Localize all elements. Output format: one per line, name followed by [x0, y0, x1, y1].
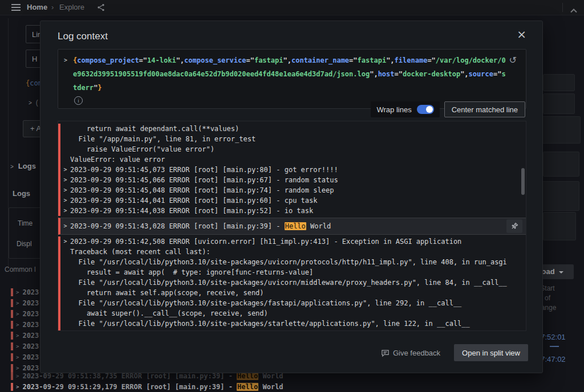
info-icon[interactable]: i [74, 96, 83, 105]
log-row[interactable]: >2023-09-29 09:51:45,073 ERROR [root] [m… [58, 165, 526, 175]
chevron-right-icon: > [16, 354, 19, 360]
close-icon[interactable]: × [513, 28, 530, 40]
bg-option-display: Displ [17, 240, 32, 248]
menu-icon[interactable] [11, 4, 21, 11]
chevron-up-icon[interactable] [570, 5, 577, 15]
breadcrumb-separator-icon: › [51, 3, 54, 11]
error-level-bar [11, 299, 13, 307]
chevron-slot [60, 124, 70, 165]
bg-log-row-stub: >2023- [11, 319, 43, 330]
log-context-controls: Wrap lines Center matched line [371, 101, 525, 117]
wrap-lines-toggle[interactable] [417, 105, 434, 114]
bg-log-row-stub: >2023- [11, 341, 43, 352]
chevron-right-icon: > [60, 175, 70, 185]
breadcrumb-home[interactable]: Home [27, 3, 47, 11]
chevron-right-icon: > [29, 100, 32, 106]
error-level-bar [11, 332, 13, 340]
log-labels-box: > {compose_project="14-loki",compose_ser… [58, 49, 526, 109]
chevron-right-icon: > [16, 365, 19, 371]
bg-log-row: > 2023-09-29 09:51:38,735 ERROR [root] [… [11, 372, 283, 380]
chevron-right-icon: > [16, 289, 19, 295]
bg-log-row-stub: >2023- [11, 287, 43, 297]
log-context-scroll[interactable]: return await dependant.call(**values) Fi… [58, 121, 526, 331]
bg-option-time: Time [18, 219, 33, 227]
bg-logs-panel-title: Logs [13, 189, 30, 198]
log-row-text: 2023-09-29 09:51:44,038 ERROR [root] [ma… [70, 206, 526, 216]
history-icon[interactable]: ↺ [506, 54, 520, 66]
log-row[interactable]: >2023-09-29 09:51:45,066 ERROR [root] [m… [58, 175, 526, 185]
match-highlight: Hello [237, 372, 258, 380]
error-level-bar [11, 383, 13, 391]
log-row-text: 2023-09-29 09:51:45,073 ERROR [root] [ma… [70, 165, 526, 175]
log-context-modal: Log context × > {compose_project="14-lok… [40, 21, 543, 373]
pre-entry-text: return await dependant.call(**values) Fi… [70, 124, 526, 165]
bg-log-row-stub: >2023- [11, 297, 43, 308]
chevron-right-icon: > [60, 185, 70, 195]
match-highlight: Hello [285, 222, 306, 230]
bg-panel-fragment [542, 181, 579, 211]
error-level-bar [11, 353, 13, 361]
error-level-bar [11, 342, 13, 350]
chevron-right-icon: > [16, 311, 19, 317]
bg-logs-section-header: >Logs [10, 162, 36, 170]
bg-log-row-stub: >2023- [11, 330, 43, 341]
chevron-right-icon: > [16, 333, 19, 338]
bg-log-row-stub: >2023- [11, 352, 43, 362]
log-row-text: 2023-09-29 09:51:44,041 ERROR [root] [ma… [70, 195, 526, 206]
log-row-text: 2023-09-29 09:51:45,048 ERROR [root] [ma… [70, 185, 526, 195]
share-icon[interactable] [97, 3, 105, 14]
bg-panel-fragment [542, 116, 581, 144]
breadcrumb-explore[interactable]: Explore [59, 3, 84, 11]
chevron-right-icon: > [16, 322, 19, 328]
log-row[interactable]: >2023-09-29 09:51:45,048 ERROR [root] [m… [58, 185, 526, 195]
center-matched-line-button[interactable]: Center matched line [444, 101, 525, 117]
rows-before: >2023-09-29 09:51:45,073 ERROR [root] [m… [58, 165, 526, 216]
after-entry-text: 2023-09-29 09:51:42,508 ERROR [uvicorn.e… [70, 236, 526, 331]
match-highlight: Hello [237, 383, 258, 391]
chevron-right-icon: > [60, 236, 70, 331]
comment-icon [381, 349, 390, 357]
chevron-right-icon: > [16, 384, 19, 390]
log-row[interactable]: >2023-09-29 09:51:44,041 ERROR [root] [m… [58, 195, 526, 206]
topbar-divider [562, 3, 563, 12]
chevron-down-icon [559, 271, 563, 273]
bg-log-row: > 2023-09-29 09:51:29,179 ERROR [root] [… [11, 383, 283, 391]
error-level-bar [11, 288, 13, 296]
open-in-split-view-button[interactable]: Open in split view [454, 344, 528, 361]
log-row[interactable]: >2023-09-29 09:51:44,038 ERROR [root] [m… [58, 206, 526, 216]
error-level-bar [11, 310, 13, 318]
top-nav-bar: Home › Explore [0, 0, 584, 15]
matched-log-row[interactable]: > 2023-09-29 09:51:43,028 ERROR [root] [… [58, 218, 526, 235]
chevron-right-icon[interactable]: > [64, 54, 73, 105]
bg-options-row: >( [29, 99, 38, 107]
bg-range-dash [550, 346, 559, 347]
toggle-knob [426, 106, 433, 113]
wrap-lines-control: Wrap lines [371, 101, 439, 117]
error-level-bar [11, 364, 13, 372]
log-entry-after[interactable]: > 2023-09-29 09:51:42,508 ERROR [uvicorn… [58, 236, 526, 331]
modal-title: Log context [58, 31, 108, 42]
wrap-lines-label: Wrap lines [376, 105, 411, 114]
chevron-right-icon: > [16, 300, 19, 306]
modal-footer: Give feedback Open in split view [378, 344, 528, 361]
chevron-right-icon: > [16, 344, 19, 349]
chevron-right-icon: > [10, 164, 14, 170]
matched-text: 2023-09-29 09:51:43,028 ERROR [root] [ma… [70, 221, 526, 231]
bg-panel-fragment [543, 212, 576, 240]
bg-common-labels: Common l [5, 266, 36, 273]
grafana-explore-page: Home › Explore Lin H {com >( + Add >Logs… [0, 0, 584, 392]
chevron-right-icon: > [60, 195, 70, 206]
error-level-bar [11, 321, 13, 329]
chevron-right-icon: > [60, 165, 70, 175]
bg-panel-fragment [543, 74, 575, 91]
give-feedback-link[interactable]: Give feedback [378, 348, 444, 358]
chevron-right-icon: > [60, 218, 70, 234]
scrollbar-thumb[interactable] [521, 168, 525, 195]
log-entry-pre[interactable]: return await dependant.call(**values) Fi… [58, 124, 526, 165]
bg-left-rows: >2023->2023->2023->2023->2023->2023->202… [11, 287, 43, 373]
log-row-text: 2023-09-29 09:51:45,066 ERROR [root] [ma… [70, 175, 526, 185]
error-level-bar [11, 372, 13, 380]
labels-text: {compose_project="14-loki",compose_servi… [73, 54, 508, 95]
bg-panel-fragment [543, 93, 575, 114]
pin-button[interactable] [506, 219, 522, 233]
